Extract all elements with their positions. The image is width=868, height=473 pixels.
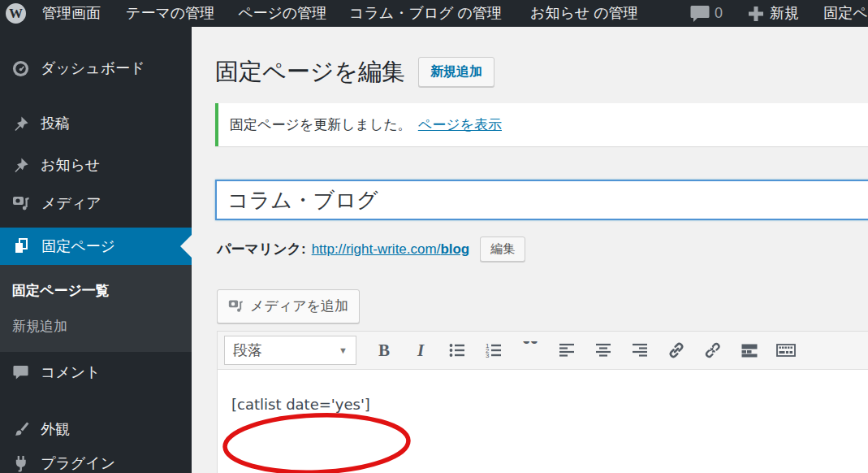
- admin-bar-item-fixed-page[interactable]: 固定ペー: [823, 0, 868, 27]
- sidebar-item-label: メディア: [41, 193, 101, 213]
- comment-count: 0: [715, 5, 723, 21]
- sidebar-item-label: ダッシュボード: [41, 59, 145, 78]
- sidebar-item-label: 固定ページ: [41, 236, 115, 256]
- align-center-icon: [594, 341, 613, 360]
- numbered-list-button[interactable]: 123: [477, 336, 511, 365]
- pin-icon: [12, 115, 29, 132]
- svg-text:3: 3: [486, 352, 490, 359]
- comment-bubble-icon: [690, 5, 710, 23]
- editor-content-area[interactable]: [catlist date='yes']: [218, 370, 868, 473]
- media-icon: [12, 194, 30, 212]
- sidebar-item-pages[interactable]: 固定ページ: [0, 228, 192, 265]
- unlink-icon: [703, 341, 723, 360]
- align-left-icon: [557, 341, 577, 360]
- plus-icon: [747, 5, 765, 23]
- admin-bar-item-dashboard[interactable]: 管理画面: [42, 0, 101, 27]
- keyboard-icon: [775, 341, 797, 360]
- add-media-button[interactable]: メディアを追加: [217, 289, 360, 323]
- sidebar-item-label: 外観: [41, 419, 70, 439]
- submenu-item-all-pages[interactable]: 固定ページ一覧: [12, 281, 192, 300]
- permalink-edit-button[interactable]: 編集: [480, 236, 525, 262]
- sidebar-item-label: プラグイン: [41, 453, 115, 473]
- wordpress-logo-icon[interactable]: W: [6, 3, 26, 24]
- admin-bar-item-column-blog[interactable]: コラム・ブログ の管理: [349, 0, 502, 27]
- sidebar-item-label: 投稿: [41, 114, 70, 133]
- align-center-button[interactable]: [586, 336, 620, 365]
- pin-icon: [12, 157, 29, 174]
- sidebar-item-label: コメント: [41, 362, 101, 382]
- active-menu-arrow: [180, 235, 192, 258]
- comment-bubble-icon: [12, 364, 29, 381]
- unlink-button[interactable]: [696, 336, 730, 365]
- media-icon: [228, 298, 244, 314]
- view-page-link[interactable]: ページを表示: [418, 117, 502, 132]
- shortcode-text: [catlist date='yes']: [231, 396, 370, 413]
- dashboard-icon: [12, 60, 29, 77]
- permalink-row: パーマリンク: http://right-write.com/blog 編集: [217, 236, 525, 262]
- sidebar-item-appearance[interactable]: 外観: [0, 410, 192, 448]
- red-ellipse-annotation: [218, 406, 429, 473]
- plug-icon: [12, 455, 29, 472]
- paragraph-format-dropdown[interactable]: 段落 ▼: [224, 336, 356, 365]
- sidebar-item-plugins[interactable]: プラグイン: [0, 445, 192, 473]
- bulleted-list-button[interactable]: [440, 336, 474, 365]
- more-tag-icon: [740, 341, 759, 360]
- permalink-link[interactable]: http://right-write.com/blog: [312, 241, 470, 258]
- bulleted-list-icon: [447, 341, 467, 360]
- toolbar-toggle-button[interactable]: [769, 336, 803, 365]
- sidebar-item-posts[interactable]: 投稿: [0, 105, 192, 142]
- bold-icon: B: [378, 341, 390, 361]
- title-input[interactable]: [215, 180, 868, 220]
- admin-bar-item-themes[interactable]: テーマの管理: [126, 0, 214, 27]
- sidebar-item-dashboard[interactable]: ダッシュボード: [0, 50, 192, 87]
- page-title: 固定ページを編集: [215, 55, 405, 88]
- admin-bar-item-news[interactable]: お知らせ の管理: [530, 0, 638, 27]
- link-button[interactable]: [659, 336, 693, 365]
- bold-button[interactable]: B: [367, 336, 401, 365]
- pages-submenu: 固定ページ一覧 新規追加: [0, 265, 192, 352]
- admin-bar-comments[interactable]: 0: [690, 0, 723, 27]
- submenu-item-add-new[interactable]: 新規追加: [12, 317, 192, 336]
- link-icon: [667, 341, 686, 360]
- admin-bar-new[interactable]: 新規: [747, 0, 799, 27]
- content-editor: 段落 ▼ B I 123 “: [217, 331, 868, 473]
- sidebar-item-comments[interactable]: コメント: [0, 354, 192, 391]
- italic-icon: I: [417, 341, 424, 361]
- sidebar-item-news[interactable]: お知らせ: [0, 146, 192, 184]
- align-left-button[interactable]: [550, 336, 584, 365]
- blockquote-button[interactable]: “: [513, 336, 547, 365]
- notice-message: 固定ページを更新しました。: [230, 117, 412, 132]
- more-tag-button[interactable]: [732, 336, 767, 365]
- editor-toolbar: 段落 ▼ B I 123 “: [218, 332, 868, 370]
- blockquote-icon: “: [521, 341, 539, 359]
- add-new-button[interactable]: 新規追加: [418, 57, 494, 87]
- permalink-label: パーマリンク:: [217, 240, 306, 258]
- update-notice: 固定ページを更新しました。ページを表示: [215, 103, 868, 146]
- sidebar: ダッシュボード 投稿 お知らせ メディア 固定ページ 固定ページ一覧 新規追加 …: [0, 27, 192, 473]
- brush-icon: [12, 421, 29, 438]
- admin-bar: W 管理画面 テーマの管理 ページの管理 コラム・ブログ の管理 お知らせ の管…: [0, 0, 868, 27]
- chevron-down-icon: ▼: [339, 345, 348, 355]
- admin-bar-item-pages[interactable]: ページの管理: [238, 0, 326, 27]
- italic-button[interactable]: I: [404, 336, 438, 365]
- sidebar-item-label: お知らせ: [41, 155, 100, 175]
- align-right-icon: [630, 341, 650, 360]
- pages-icon: [12, 237, 30, 255]
- numbered-list-icon: 123: [484, 341, 503, 360]
- sidebar-item-media[interactable]: メディア: [0, 184, 192, 222]
- align-right-button[interactable]: [623, 336, 657, 365]
